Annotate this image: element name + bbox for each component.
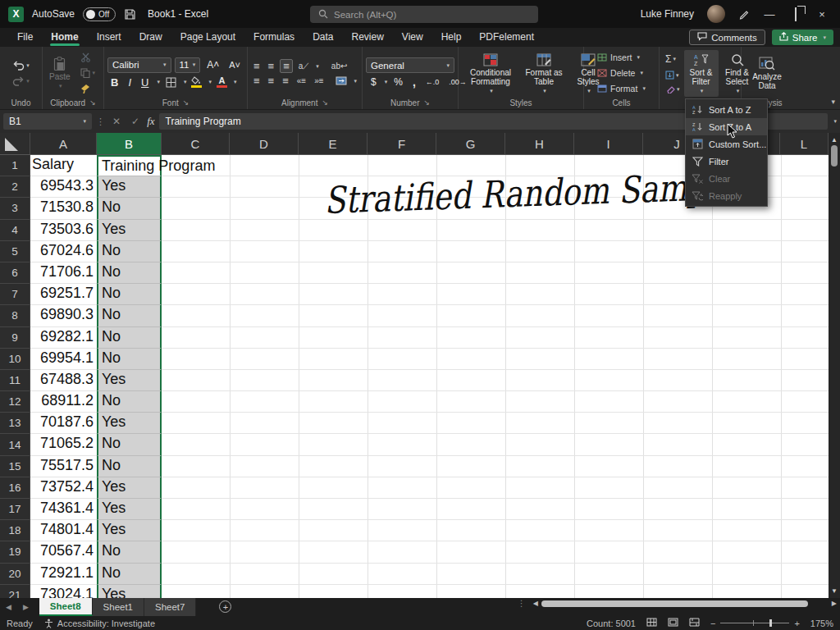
menu-item-filter[interactable]: Filter [686,153,767,170]
cell-b21[interactable]: Yes [97,585,162,598]
cell-a3[interactable]: 71530.8 [30,198,97,219]
paste-button[interactable]: Paste▾ [46,54,74,92]
empty-cells[interactable] [162,585,829,598]
row-header-19[interactable]: 19 [0,541,30,563]
cell-a18[interactable]: 74801.4 [30,520,97,541]
row-header-3[interactable]: 3 [0,198,30,219]
increase-indent-icon[interactable]: »≡ [312,76,326,85]
cell-a10[interactable]: 69954.1 [30,349,97,370]
conditional-formatting-button[interactable]: Conditional Formatting▾ [462,50,519,97]
cell-b11[interactable]: Yes [97,370,162,391]
cell-a6[interactable]: 71706.1 [30,262,97,284]
empty-cells[interactable] [162,284,829,305]
row-header-4[interactable]: 4 [0,220,30,241]
autosave-toggle[interactable]: Off [83,7,116,21]
splitter-handle[interactable]: ⋮ [518,599,527,608]
empty-cells[interactable] [162,499,829,520]
analyze-data-button[interactable]: Analyze Data [745,54,789,92]
format-cells-button[interactable]: Format▾ [595,82,648,95]
cell-a4[interactable]: 73503.6 [30,220,97,241]
user-avatar[interactable] [707,5,725,23]
scroll-left-icon[interactable]: ◀ [533,600,538,607]
empty-cells[interactable] [162,520,829,541]
tab-file[interactable]: File [8,29,42,47]
fill-color-icon[interactable] [189,76,203,88]
tab-data[interactable]: Data [304,29,342,47]
row-header-17[interactable]: 17 [0,499,30,520]
tab-page-layout[interactable]: Page Layout [171,29,244,47]
cell-b6[interactable]: No [97,262,162,284]
sheet-nav-left-icon[interactable]: ◀ [0,598,17,616]
vertical-scrollbar[interactable]: ▲ ▼ [829,133,840,598]
cell-b2[interactable]: Yes [97,176,162,198]
align-right-icon[interactable]: ≡ [280,75,291,87]
accounting-format-icon[interactable]: $ [368,76,380,88]
menu-item-sort-a-to-z[interactable]: AZSort A to Z [686,101,767,118]
scroll-up-icon[interactable]: ▲ [831,133,838,145]
increase-decimal-icon[interactable]: ←.0 [422,78,443,86]
row-header-12[interactable]: 12 [0,391,30,413]
column-header-h[interactable]: H [505,133,574,154]
accessibility-status[interactable]: Accessibility: Investigate [44,619,155,628]
cell-b15[interactable]: No [97,456,162,477]
cell-a1[interactable]: Salary [30,155,97,176]
cell-b16[interactable]: Yes [97,477,162,499]
row-header-16[interactable]: 16 [0,477,30,499]
row-header-6[interactable]: 6 [0,262,30,284]
column-header-f[interactable]: F [368,133,436,154]
zoom-out-icon[interactable]: − [710,619,715,628]
row-header-10[interactable]: 10 [0,349,30,370]
merge-center-icon[interactable] [333,75,349,87]
tab-formulas[interactable]: Formulas [244,29,304,47]
alignment-dialog-launcher[interactable]: ↘ [322,98,328,107]
cell-a21[interactable]: 73024.1 [30,585,97,598]
align-left-icon[interactable]: ≡ [251,75,262,87]
select-all-corner[interactable] [0,133,30,154]
ink-pen-icon[interactable] [738,8,750,20]
normal-view-icon[interactable] [646,618,657,628]
expand-formula-bar-icon[interactable]: ▾ [833,118,837,125]
row-header-11[interactable]: 11 [0,370,30,391]
cell-a2[interactable]: 69543.3 [30,176,97,198]
insert-function-icon[interactable]: fx [147,115,154,128]
cell-a7[interactable]: 69251.7 [30,284,97,305]
column-header-i[interactable]: I [574,133,643,154]
redo-button[interactable]: ▾ [10,75,32,88]
ribbon-collapse-chevron-icon[interactable]: ▾ [831,98,835,106]
comma-style-icon[interactable]: , [409,75,419,89]
sheet-tab-sheet8[interactable]: Sheet8 [39,598,93,616]
delete-cells-button[interactable]: Delete▾ [595,66,646,80]
cell-a12[interactable]: 68911.2 [30,391,97,413]
row-header-20[interactable]: 20 [0,564,30,585]
column-header-a[interactable]: A [30,133,97,154]
cell-b5[interactable]: No [97,241,162,262]
copy-icon[interactable]: ▾ [78,66,98,80]
comments-button[interactable]: Comments [689,30,765,45]
tab-review[interactable]: Review [342,29,392,47]
font-size-select[interactable]: 11▾ [175,57,201,73]
column-header-b[interactable]: B [97,133,162,154]
cell-a16[interactable]: 73752.4 [30,477,97,499]
italic-button[interactable]: I [125,76,135,89]
cell-b1[interactable]: Training Program [97,155,162,176]
empty-cells[interactable] [162,305,829,326]
empty-cells[interactable] [162,220,829,241]
row-header-13[interactable]: 13 [0,413,30,434]
scroll-down-icon[interactable]: ▼ [831,584,838,598]
row-header-15[interactable]: 15 [0,456,30,477]
column-header-e[interactable]: E [299,133,368,154]
cell-a9[interactable]: 69282.1 [30,327,97,349]
cell-a19[interactable]: 70567.4 [30,541,97,563]
minimize-button[interactable]: — [763,8,776,21]
menu-item-sort-z-to-a[interactable]: ZASort Z to A [686,118,767,135]
grow-font-button[interactable]: A˄ [203,59,222,71]
row-header-18[interactable]: 18 [0,520,30,541]
shrink-font-button[interactable]: A˅ [226,60,244,70]
zoom-slider[interactable] [720,623,789,623]
row-header-8[interactable]: 8 [0,305,30,326]
column-header-c[interactable]: C [162,133,230,154]
format-painter-icon[interactable] [78,82,94,95]
cell-b9[interactable]: No [97,327,162,349]
align-bottom-icon[interactable]: ≡ [280,59,293,73]
sort-filter-button[interactable]: AZ Sort & Filter▾ [684,50,719,97]
